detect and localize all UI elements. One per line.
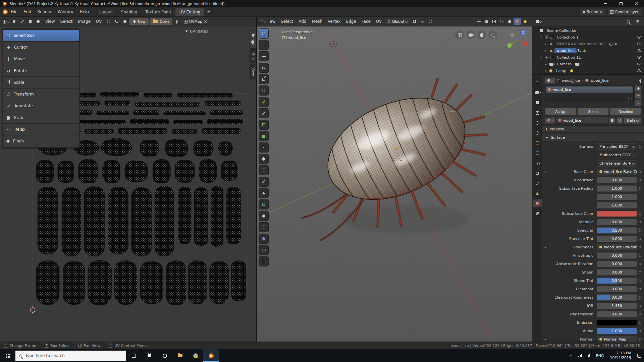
taskbar-app-file-explorer[interactable]: [172, 349, 188, 362]
vp-tool-extrude-region[interactable]: [259, 131, 269, 141]
visibility-toggle[interactable]: [637, 36, 641, 39]
visibility-toggle[interactable]: [637, 49, 641, 52]
snap-toggle-button[interactable]: [113, 18, 120, 25]
value-slider[interactable]: 1.000: [597, 185, 637, 192]
properties-tab-output[interactable]: [533, 99, 542, 107]
vp-tool-annotate[interactable]: [259, 97, 269, 107]
breadcrumb-object[interactable]: wood_lice: [557, 78, 580, 83]
taskbar-search[interactable]: Type here to search: [15, 351, 126, 361]
node-link-wood-lice-base-color[interactable]: wood_lice Base Color: [597, 169, 637, 175]
value-slider[interactable]: 0.000: [597, 286, 637, 292]
properties-tab-object[interactable]: [533, 139, 542, 147]
properties-tab-tool[interactable]: [533, 79, 542, 86]
blender-logo-icon[interactable]: [3, 9, 8, 14]
material-slot[interactable]: wood_lice: [546, 86, 633, 93]
add-workspace-button[interactable]: +: [204, 8, 213, 16]
browse-material-button[interactable]: [545, 117, 555, 124]
visibility-toggle[interactable]: [637, 56, 641, 59]
dropdown-multiscatter-ggx[interactable]: Multiscatter GGX: [597, 152, 637, 158]
tool-rotate[interactable]: Rotate: [3, 65, 79, 76]
properties-tab-object-data[interactable]: [533, 189, 542, 197]
animate-dot-button[interactable]: [637, 145, 643, 148]
menu-edit[interactable]: Edit: [20, 7, 34, 16]
value-slider[interactable]: 0.000: [597, 311, 637, 317]
outliner-filter-button[interactable]: [634, 18, 641, 25]
unlink-scene-icon[interactable]: [600, 10, 603, 13]
outliner-row-collection-1[interactable]: ▾✓Collection 1: [532, 34, 644, 41]
taskbar-app-app-circle[interactable]: [157, 349, 172, 362]
material-preview-shading-button[interactable]: [514, 18, 521, 25]
uv-vertex-panel-header[interactable]: UV Vertex: [185, 29, 208, 34]
dropdown-christensen-burley[interactable]: Christensen-Burley: [597, 160, 637, 167]
viewport-menu-ew[interactable]: ew: [267, 17, 278, 26]
value-slider[interactable]: 0.500: [597, 278, 637, 284]
editor-mode-button[interactable]: [259, 18, 266, 25]
surface-section-header[interactable]: Surface: [542, 134, 644, 141]
vp-tool-add-cube[interactable]: [259, 120, 269, 130]
tool-select-box[interactable]: Select Box: [3, 30, 79, 41]
uv-select-mode-face[interactable]: [26, 18, 34, 25]
workspace-tab-texture-paint[interactable]: Texture Paint: [141, 8, 175, 16]
menu-help[interactable]: Help: [76, 7, 92, 16]
remove-slot-button[interactable]: [635, 93, 641, 99]
outliner-row-trntula-lwo-mesh-002[interactable]: ▸TRNTULA&LWO_mesh_002: [532, 41, 644, 47]
material-name-field[interactable]: wood_lice: [556, 117, 608, 124]
value-slider[interactable]: 0.000: [597, 236, 637, 242]
animate-dot-button[interactable]: [637, 280, 643, 282]
overlays-button[interactable]: [483, 18, 490, 25]
wireframe-shading-button[interactable]: [498, 18, 505, 25]
animate-dot-button[interactable]: [637, 271, 643, 274]
value-slider[interactable]: 0.000: [597, 177, 637, 183]
vp-tool-inset-faces[interactable]: [259, 142, 269, 153]
editor-type-button[interactable]: [2, 18, 10, 25]
navigation-gizmo[interactable]: Z Y: [505, 28, 530, 53]
language-indicator[interactable]: ENG: [593, 349, 607, 362]
vp-tool-move[interactable]: [259, 51, 269, 61]
add-slot-button[interactable]: [635, 85, 641, 92]
properties-tab-view-layer[interactable]: [533, 109, 542, 117]
viewport-menu-vertex[interactable]: Vertex: [325, 17, 343, 26]
collection-checkbox[interactable]: ✓: [545, 56, 548, 59]
vp-tool-poly-build[interactable]: [259, 188, 269, 198]
fake-user-button[interactable]: [609, 117, 615, 124]
value-slider[interactable]: 1.000: [597, 202, 637, 208]
visibility-toggle[interactable]: [637, 63, 641, 65]
snap-settings-button[interactable]: [419, 18, 426, 25]
animate-dot-button[interactable]: [637, 246, 643, 248]
animate-dot-button[interactable]: [637, 296, 643, 299]
pivot-point-button[interactable]: [105, 18, 112, 25]
viewport-menu-select[interactable]: Select: [278, 17, 296, 26]
animate-dot-button[interactable]: [637, 305, 643, 307]
uv-side-tab-tool[interactable]: Tool: [250, 49, 256, 63]
expander-icon[interactable]: ▾: [539, 36, 543, 39]
pin-button[interactable]: [173, 18, 180, 25]
animate-dot-button[interactable]: [637, 229, 643, 232]
vp-tool-smooth[interactable]: [259, 211, 269, 221]
tool-grab[interactable]: Grab: [3, 112, 79, 123]
tool-pinch[interactable]: Pinch: [3, 135, 79, 147]
menu-render[interactable]: Render: [34, 7, 55, 16]
animate-dot-button[interactable]: [637, 321, 643, 324]
vp-tool-shear[interactable]: [259, 245, 269, 255]
toggle-grid-button[interactable]: [455, 31, 464, 39]
vp-tool-edge-slide[interactable]: [259, 222, 269, 232]
snap-toggle-button[interactable]: [411, 18, 418, 25]
workspace-tab-shading[interactable]: Shading: [117, 8, 142, 16]
deselect-button[interactable]: Deselect: [610, 108, 641, 115]
animate-dot-button[interactable]: [637, 187, 643, 190]
taskbar-app-chrome[interactable]: [188, 349, 203, 362]
transform-orientation-selector[interactable]: Global: [385, 18, 410, 25]
uv-select-mode-vertex[interactable]: [10, 18, 18, 25]
value-slider[interactable]: 1.000: [597, 194, 637, 200]
value-slider[interactable]: 0.000: [597, 252, 637, 259]
visibility-toggle[interactable]: [637, 43, 641, 45]
uv-side-tab-image[interactable]: Image: [250, 31, 256, 49]
solid-shading-button[interactable]: [506, 18, 513, 25]
properties-context-button[interactable]: [545, 77, 555, 84]
expander-icon[interactable]: ▸: [544, 42, 548, 46]
vp-tool-spin[interactable]: [259, 199, 269, 209]
assign-button[interactable]: Assign: [545, 108, 577, 115]
viewport-menu-mesh[interactable]: Mesh: [309, 17, 325, 26]
outliner-row-wood-lice[interactable]: ▸wood_lice: [532, 47, 644, 54]
animate-dot-button[interactable]: [637, 263, 643, 265]
